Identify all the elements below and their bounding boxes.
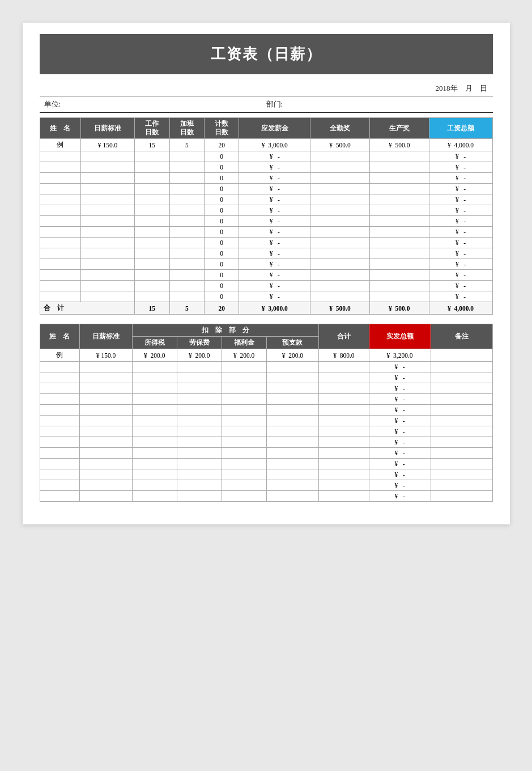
th-daily-rate: 日薪标准 <box>81 118 135 139</box>
subtotal-total: ¥ 4,000.0 <box>429 302 492 315</box>
cell-name: 例 <box>40 139 81 151</box>
cell2-labor: ¥ 200.0 <box>177 349 222 362</box>
page-title: 工资表（日薪） <box>40 34 493 74</box>
th2-deduct-header: 扣 除 部 分 <box>132 324 318 337</box>
table-row: 0¥ -¥ - <box>40 270 492 281</box>
table-row: 0¥ -¥ - <box>40 151 492 162</box>
th-name: 姓 名 <box>40 118 81 139</box>
table2-row: ¥ - <box>40 362 492 372</box>
table2-row: ¥ - <box>40 383 492 394</box>
th-work-days: 工作日数 <box>135 118 169 139</box>
table-row: 0¥ -¥ - <box>40 173 492 184</box>
cell2-name: 例 <box>40 349 80 362</box>
table-row: 0¥ -¥ - <box>40 281 492 291</box>
table2-row: ¥ - <box>40 416 492 426</box>
subtotal-row: 合 计 15 5 20 ¥ 3,000.0 ¥ 500.0 ¥ 500.0 ¥ … <box>40 302 492 315</box>
cell2-note <box>431 349 492 362</box>
cell2-daily: ¥ 150.0 <box>80 349 133 362</box>
table-row: 0¥ -¥ - <box>40 194 492 205</box>
date-label: 2018年 月 日 <box>436 84 487 92</box>
subtotal-work: 15 <box>135 302 169 315</box>
table-row: 0¥ -¥ - <box>40 162 492 173</box>
th-count-days: 计数日数 <box>205 118 239 139</box>
cell-total: ¥ 4,000.0 <box>429 139 492 151</box>
cell2-welfare: ¥ 200.0 <box>222 349 266 362</box>
salary-table-1: 姓 名 日薪标准 工作日数 加班日数 计数日数 应发薪金 全勤奖 生产奖 工资总… <box>40 117 493 315</box>
th2-welfare: 福利金 <box>222 337 266 349</box>
section-gap <box>40 315 493 324</box>
table2-row: ¥ - <box>40 437 492 448</box>
table-row: 0¥ -¥ - <box>40 184 492 194</box>
th2-name: 姓 名 <box>40 324 80 349</box>
cell-sal-empty: ¥ - <box>239 151 310 162</box>
table-row: 0¥ -¥ - <box>40 291 492 302</box>
table2-row: ¥ - <box>40 405 492 416</box>
th2-daily: 日薪标准 <box>80 324 133 349</box>
table-row: 0¥ -¥ - <box>40 259 492 270</box>
table2-row: ¥ - <box>40 469 492 480</box>
table-row: 0¥ -¥ - <box>40 216 492 227</box>
table2-row: ¥ - <box>40 372 492 383</box>
cell-salary: ¥ 3,000.0 <box>239 139 310 151</box>
subtotal-count: 20 <box>205 302 239 315</box>
th-attendance-bonus: 全勤奖 <box>310 118 370 139</box>
subtotal-bonus2: ¥ 500.0 <box>369 302 429 315</box>
table2-row: ¥ - <box>40 426 492 437</box>
page: 工资表（日薪） 2018年 月 日 单位: 部门: 姓 名 日薪标准 工作日数 … <box>23 23 510 524</box>
cell-count-days: 20 <box>205 139 239 151</box>
th-production-bonus: 生产奖 <box>369 118 429 139</box>
cell-ot-days: 5 <box>169 139 204 151</box>
cell2-actual: ¥ 3,200.0 <box>369 349 431 362</box>
table2-row: ¥ - <box>40 459 492 469</box>
table2-row-example: 例 ¥ 150.0 ¥ 200.0 ¥ 200.0 ¥ 200.0 ¥ 200.… <box>40 349 492 362</box>
th2-income-tax: 所得税 <box>132 337 177 349</box>
cell2-subtotal: ¥ 800.0 <box>319 349 369 362</box>
th2-actual: 实发总额 <box>369 324 431 349</box>
table-row: 0¥ -¥ - <box>40 227 492 238</box>
cell-tot-empty: ¥ - <box>429 151 492 162</box>
dept-label: 部门: <box>266 99 488 109</box>
table-row-example: 例 ¥ 150.0 15 5 20 ¥ 3,000.0 ¥ 500.0 ¥ 50… <box>40 139 492 151</box>
cell-count: 0 <box>205 151 239 162</box>
table2-row: ¥ - <box>40 448 492 459</box>
unit-label: 单位: <box>44 99 266 109</box>
th2-advance: 预支款 <box>266 337 319 349</box>
cell-daily-rate: ¥ 150.0 <box>81 139 135 151</box>
cell2-advance: ¥ 200.0 <box>266 349 319 362</box>
date-row: 2018年 月 日 <box>40 81 493 96</box>
cell-work-days: 15 <box>135 139 169 151</box>
th-ot-days: 加班日数 <box>169 118 204 139</box>
subtotal-salary: ¥ 3,000.0 <box>239 302 310 315</box>
table2-row: ¥ - <box>40 394 492 405</box>
th-total-wage: 工资总额 <box>429 118 492 139</box>
unit-dept-row: 单位: 部门: <box>40 96 493 113</box>
table-row: 0¥ -¥ - <box>40 248 492 259</box>
subtotal-bonus1: ¥ 500.0 <box>310 302 370 315</box>
th-salary: 应发薪金 <box>239 118 310 139</box>
th2-labor-fee: 劳保费 <box>177 337 222 349</box>
cell-bonus1: ¥ 500.0 <box>310 139 370 151</box>
table2-row: ¥ - <box>40 480 492 491</box>
table2-row: ¥ - <box>40 491 492 502</box>
cell2-tax: ¥ 200.0 <box>132 349 177 362</box>
subtotal-ot: 5 <box>169 302 204 315</box>
cell-bonus2: ¥ 500.0 <box>369 139 429 151</box>
th2-subtotal: 合计 <box>319 324 369 349</box>
salary-table-2: 姓 名 日薪标准 扣 除 部 分 合计 实发总额 备注 所得税 劳保费 福利金 … <box>40 324 493 502</box>
table-row: 0¥ -¥ - <box>40 238 492 248</box>
subtotal-label: 合 计 <box>40 302 135 315</box>
th2-note: 备注 <box>431 324 492 349</box>
table-row: 0¥ -¥ - <box>40 205 492 216</box>
